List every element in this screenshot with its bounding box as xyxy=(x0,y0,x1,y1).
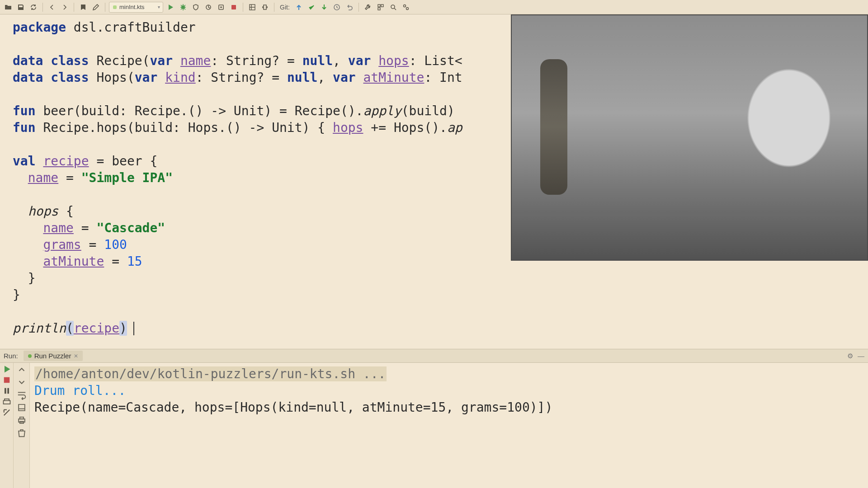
type: : List< xyxy=(409,53,462,68)
hops-dsl-call: hops xyxy=(28,204,58,219)
pause-icon[interactable] xyxy=(2,386,11,395)
run-icon[interactable] xyxy=(165,2,176,13)
keyword: var xyxy=(333,70,356,85)
svg-rect-14 xyxy=(7,388,9,394)
kotlin-file-icon xyxy=(113,5,117,9)
function-sig: beer(build: Recipe.() -> Unit) = Recipe(… xyxy=(36,103,363,118)
svg-rect-13 xyxy=(5,388,6,394)
svg-point-10 xyxy=(403,5,406,7)
console-command: /home/anton/dev/kotlin-puzzlers/run-kts.… xyxy=(34,366,387,381)
stop-icon[interactable] xyxy=(228,2,239,13)
toolbar-separator xyxy=(74,3,74,12)
keyword: class xyxy=(51,70,89,85)
punct: , xyxy=(333,53,348,68)
svg-point-9 xyxy=(391,5,395,9)
git-history-icon[interactable] xyxy=(331,2,342,13)
run-tab[interactable]: Run Puzzler ✕ xyxy=(24,351,83,361)
type: : String? = xyxy=(196,70,287,85)
property-name: name xyxy=(180,53,211,68)
coverage-icon[interactable] xyxy=(190,2,201,13)
eq: = xyxy=(104,254,127,269)
close: } xyxy=(13,287,20,302)
expand-icon[interactable] xyxy=(259,2,270,13)
pad xyxy=(13,221,43,235)
git-commit-icon[interactable] xyxy=(306,2,317,13)
minimize-icon[interactable]: — xyxy=(858,352,864,360)
property-name: kind xyxy=(165,70,195,85)
property-name: grams xyxy=(43,237,81,252)
save-icon[interactable] xyxy=(15,2,26,13)
forward-icon[interactable] xyxy=(59,2,70,13)
eq: = xyxy=(58,170,81,185)
property-name: name xyxy=(43,221,73,235)
stop-run-icon[interactable] xyxy=(2,375,11,385)
toolbar-separator xyxy=(42,3,43,12)
pad xyxy=(13,204,28,219)
dump-icon[interactable] xyxy=(2,397,11,406)
main-toolbar: minInt.kts ▾ Git: xyxy=(0,0,868,14)
property-name: name xyxy=(28,170,58,185)
call-args: (build) xyxy=(401,103,455,118)
property-name: hops xyxy=(333,120,363,135)
number-literal: 15 xyxy=(127,254,142,269)
settings-icon[interactable] xyxy=(401,2,411,13)
classname: Recipe( xyxy=(89,53,150,68)
git-push-icon[interactable] xyxy=(319,2,330,13)
close-icon[interactable]: ✕ xyxy=(74,353,78,359)
console-line: Recipe(name=Cascade, hops=[Hops(kind=nul… xyxy=(34,400,552,415)
search-icon[interactable] xyxy=(388,2,399,13)
run-tab-label: Run Puzzler xyxy=(34,352,71,360)
string-literal: "Cascade" xyxy=(96,221,165,235)
eq: = xyxy=(74,221,97,235)
rerun-icon[interactable] xyxy=(2,365,11,374)
null-keyword: null xyxy=(287,70,317,85)
package-name: dsl.craftBuilder xyxy=(66,20,196,35)
apply-cut: ap xyxy=(447,120,462,135)
structure-icon[interactable] xyxy=(375,2,386,13)
op: += Hops(). xyxy=(363,120,447,135)
debug-icon[interactable] xyxy=(178,2,189,13)
svg-point-11 xyxy=(406,7,408,9)
run-configuration-combo[interactable]: minInt.kts ▾ xyxy=(109,2,163,13)
run-tool-header: Run: Run Puzzler ✕ ⚙ — xyxy=(0,349,868,363)
number-literal: 100 xyxy=(104,237,127,252)
wrench-icon[interactable] xyxy=(363,2,373,13)
chevron-down-icon: ▾ xyxy=(158,5,160,9)
keyword: class xyxy=(51,53,89,68)
assign: = beer { xyxy=(89,154,158,169)
keyword: val xyxy=(13,154,36,169)
gear-icon[interactable]: ⚙ xyxy=(847,352,853,360)
attach-icon[interactable] xyxy=(216,2,226,13)
pencil-icon[interactable] xyxy=(90,2,101,13)
keyword: package xyxy=(13,20,66,35)
console-output[interactable]: /home/anton/dev/kotlin-puzzlers/run-kts.… xyxy=(30,363,868,488)
overlay-photo xyxy=(512,15,867,260)
down-icon[interactable] xyxy=(17,377,27,387)
layout-icon[interactable] xyxy=(247,2,258,13)
open-icon[interactable] xyxy=(3,2,14,13)
svg-rect-17 xyxy=(19,417,23,419)
soft-wrap-icon[interactable] xyxy=(17,390,27,400)
back-icon[interactable] xyxy=(47,2,57,13)
run-body: /home/anton/dev/kotlin-puzzlers/run-kts.… xyxy=(0,363,868,488)
print-icon[interactable] xyxy=(17,415,27,425)
exit-icon[interactable] xyxy=(2,408,11,417)
pad xyxy=(13,237,43,252)
sync-icon[interactable] xyxy=(28,2,39,13)
run-tool-window: Run: Run Puzzler ✕ ⚙ — /home/anton/dev/k… xyxy=(0,349,868,488)
git-rollback-icon[interactable] xyxy=(344,2,355,13)
git-label: Git: xyxy=(278,4,292,11)
type: : Int xyxy=(424,70,462,85)
scroll-end-icon[interactable] xyxy=(17,403,27,413)
pad xyxy=(13,170,28,185)
clear-icon[interactable] xyxy=(17,428,27,438)
up-icon[interactable] xyxy=(17,365,27,375)
val-ref: recipe xyxy=(74,321,119,336)
type: : String? = xyxy=(211,53,302,68)
bookmark-icon[interactable] xyxy=(78,2,89,13)
brace: { xyxy=(58,204,74,219)
apply-call: apply xyxy=(363,103,401,118)
svg-rect-6 xyxy=(378,5,380,7)
profile-icon[interactable] xyxy=(203,2,214,13)
git-update-icon[interactable] xyxy=(293,2,304,13)
